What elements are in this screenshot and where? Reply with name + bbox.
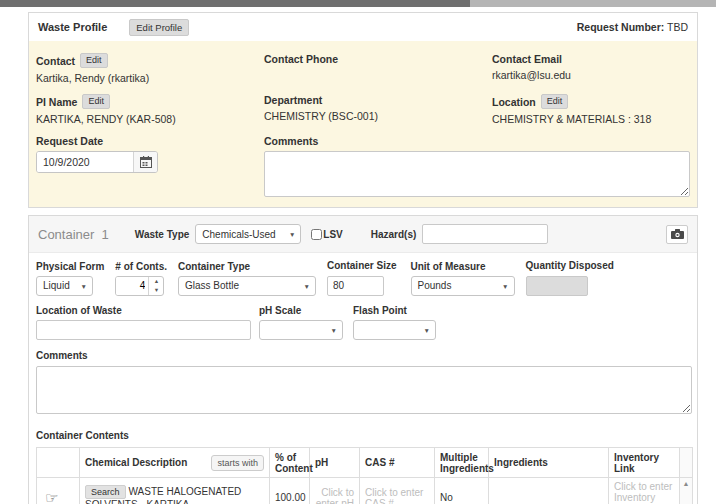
request-date-field: Request Date [36, 135, 264, 201]
location-edit-button[interactable]: Edit [541, 94, 569, 109]
ph-scale-select[interactable]: ▼ [259, 320, 343, 340]
search-button[interactable]: Search [85, 485, 126, 499]
physical-form-select[interactable]: Liquid ▼ [36, 276, 93, 296]
top-horizontal-scrollbar[interactable] [0, 0, 716, 7]
request-number: Request Number: TBD [577, 21, 688, 33]
waste-type-label: Waste Type [135, 229, 189, 240]
flash-point-select[interactable]: ▼ [353, 320, 436, 340]
scrollbar-thumb[interactable] [0, 0, 470, 7]
chevron-down-icon: ▼ [502, 282, 508, 289]
ph-header: pH [310, 448, 360, 478]
num-conts-stepper[interactable]: ▲ ▼ [115, 276, 164, 296]
pi-name-edit-button[interactable]: Edit [82, 94, 110, 109]
container-contents-table: Chemical Description starts with % of Co… [36, 447, 693, 504]
row-selector-cell[interactable]: ☞ [37, 478, 80, 504]
ingredients-cell[interactable] [489, 478, 609, 504]
cas-cell[interactable]: Click to enter CAS # [360, 478, 435, 504]
chevron-down-icon: ▼ [289, 231, 295, 238]
spinner-up-icon[interactable]: ▲ [149, 277, 163, 286]
flash-point-label: Flash Point [353, 305, 436, 316]
quantity-disposed-label: Quantity Disposed [526, 260, 614, 271]
request-number-value: TBD [667, 21, 688, 33]
container-type-value: Glass Bottle [185, 280, 239, 291]
hazards-input[interactable] [422, 224, 548, 244]
container-row-b: Location of Waste pH Scale ▼ Flash Point… [36, 305, 690, 341]
table-scrollbar-header [680, 448, 693, 478]
num-conts-label: # of Conts. [115, 261, 167, 272]
edit-profile-button[interactable]: Edit Profile [129, 19, 189, 36]
inventory-link-cell[interactable]: Click to enter Inventory Link # [609, 478, 680, 504]
container-type-field: Container Type Glass Bottle ▼ [178, 261, 316, 296]
table-header-row: Chemical Description starts with % of Co… [37, 448, 693, 478]
profile-comments-textarea[interactable] [264, 151, 690, 197]
request-number-label: Request Number: [577, 21, 665, 33]
contact-email-value: rkartika@lsu.edu [492, 69, 690, 82]
container-size-input[interactable] [327, 276, 384, 296]
table-row[interactable]: ☞ SearchWASTE HALOGENATED SOLVENTS - KAR… [37, 478, 693, 504]
multiple-ingredients-cell[interactable]: No [435, 478, 489, 504]
container-comments-label: Comments [36, 350, 690, 361]
chemical-description-header: Chemical Description starts with [80, 448, 270, 478]
lsv-checkbox[interactable] [311, 229, 322, 240]
profile-details-section: Contact Edit Kartika, Rendy (rkartika) C… [29, 41, 697, 207]
ph-scale-field: pH Scale ▼ [259, 305, 343, 340]
waste-profile-header: Waste Profile Edit Profile Request Numbe… [29, 13, 697, 41]
physical-form-field: Physical Form Liquid ▼ [36, 261, 104, 296]
lsv-checkbox-group: LSV [311, 229, 342, 240]
container-header-band: Container 1 Waste Type Chemicals-Used ▼ … [29, 216, 697, 253]
request-date-input[interactable] [37, 152, 133, 172]
table-vertical-scrollbar[interactable]: ▲ [680, 478, 693, 504]
pi-name-value: KARTIKA, RENDY (KAR-508) [36, 113, 264, 126]
camera-button[interactable] [666, 225, 688, 244]
ph-scale-label: pH Scale [259, 305, 343, 316]
waste-type-select[interactable]: Chemicals-Used ▼ [195, 224, 301, 244]
unit-of-measure-select[interactable]: Pounds ▼ [411, 276, 515, 296]
calendar-icon [140, 156, 152, 168]
contact-phone-value [264, 69, 492, 82]
contact-edit-button[interactable]: Edit [80, 53, 108, 68]
quantity-disposed-input [526, 276, 588, 296]
row-selector-header [37, 448, 80, 478]
waste-profile-panel: Waste Profile Edit Profile Request Numbe… [28, 12, 698, 208]
container-number: 1 [102, 227, 109, 242]
num-conts-input[interactable] [116, 277, 148, 295]
inventory-link-header: Inventory Link [609, 448, 680, 478]
waste-type-value: Chemicals-Used [202, 229, 275, 240]
percent-content-cell[interactable]: 100.00 [270, 478, 310, 504]
flash-point-field: Flash Point ▼ [353, 305, 436, 340]
location-value: CHEMISTRY & MATERIALS : 318 [492, 113, 690, 126]
contact-phone-label: Contact Phone [264, 53, 338, 65]
request-date-label: Request Date [36, 135, 103, 147]
hazards-label: Hazard(s) [371, 229, 417, 240]
contact-field: Contact Edit Kartika, Rendy (rkartika) [36, 53, 264, 85]
unit-of-measure-label: Unit of Measure [411, 261, 515, 272]
container-body: Physical Form Liquid ▼ # of Conts. ▲ ▼ [29, 253, 697, 504]
container-comments-textarea[interactable] [36, 366, 692, 414]
chemical-description-cell[interactable]: SearchWASTE HALOGENATED SOLVENTS - KARTI… [80, 478, 270, 504]
unit-of-measure-value: Pounds [418, 280, 452, 291]
page: Waste Profile Edit Profile Request Numbe… [0, 0, 716, 504]
location-field: Location Edit CHEMISTRY & MATERIALS : 31… [492, 94, 690, 126]
container-type-select[interactable]: Glass Bottle ▼ [178, 276, 316, 296]
pi-name-label: PI Name [36, 96, 77, 108]
scroll-up-icon[interactable]: ▲ [680, 480, 692, 487]
profile-comments-field: Comments [264, 135, 690, 201]
page-title: Waste Profile [38, 21, 107, 33]
starts-with-button[interactable]: starts with [211, 455, 264, 471]
ph-cell[interactable]: Click to enter pH [310, 478, 360, 504]
container-size-label: Container Size [327, 260, 396, 271]
container-contents-title: Container Contents [36, 430, 690, 441]
location-of-waste-input[interactable] [36, 320, 251, 340]
contact-email-field: Contact Email rkartika@lsu.edu [492, 53, 690, 85]
cas-header: CAS # [360, 448, 435, 478]
spinner-down-icon[interactable]: ▼ [149, 286, 163, 295]
percent-content-header: % of Content [270, 448, 310, 478]
pi-name-field: PI Name Edit KARTIKA, RENDY (KAR-508) [36, 94, 264, 126]
contact-email-label: Contact Email [492, 53, 562, 65]
department-field: Department CHEMISTRY (BSC-001) [264, 94, 492, 126]
contact-value: Kartika, Rendy (rkartika) [36, 72, 264, 85]
camera-icon [671, 229, 684, 239]
multiple-ingredients-header: Multiple Ingredients [435, 448, 489, 478]
date-picker-button[interactable] [133, 152, 157, 172]
lsv-label: LSV [323, 229, 342, 240]
